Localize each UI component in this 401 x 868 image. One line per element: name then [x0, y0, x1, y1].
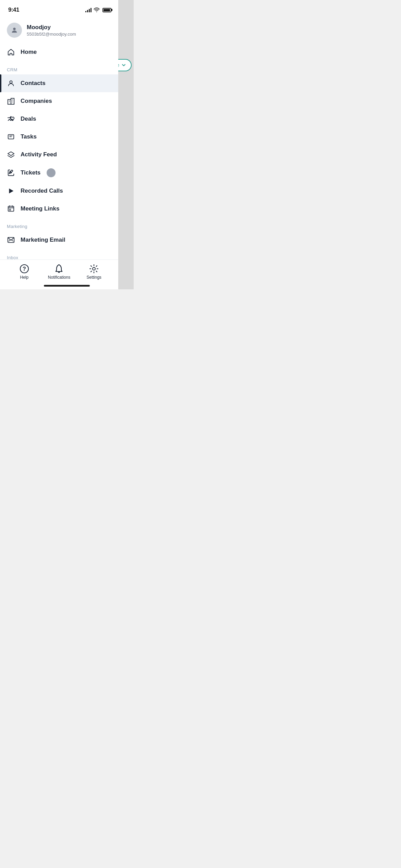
user-name: Moodjoy	[27, 24, 76, 31]
home-icon	[7, 48, 15, 56]
svg-point-1	[13, 28, 15, 30]
recorded-calls-icon	[7, 187, 15, 195]
sidebar-item-tasks[interactable]: Tasks	[0, 128, 118, 146]
svg-line-21	[9, 240, 10, 241]
sidebar: 9:41	[0, 0, 118, 289]
sidebar-item-contacts-label: Contacts	[21, 80, 46, 87]
marketing-section-header: Marketing	[0, 218, 118, 231]
user-icon	[11, 26, 18, 34]
sidebar-item-marketing-email[interactable]: Marketing Email	[0, 231, 118, 249]
battery-icon	[102, 8, 111, 12]
settings-tab-label: Settings	[86, 275, 101, 280]
svg-rect-19	[9, 209, 11, 210]
sidebar-item-contacts[interactable]: Contacts	[0, 74, 118, 92]
svg-rect-15	[8, 206, 14, 212]
svg-point-25	[93, 267, 95, 270]
notifications-tab[interactable]: Notifications	[47, 264, 71, 280]
deals-icon	[7, 115, 15, 123]
home-indicator	[44, 285, 90, 287]
notifications-icon	[54, 264, 64, 274]
user-info: Moodjoy 5503b5f2@moodjoy.com	[27, 24, 76, 37]
sidebar-item-companies[interactable]: Companies	[0, 92, 118, 110]
sidebar-item-tasks-label: Tasks	[21, 133, 37, 140]
notifications-tab-label: Notifications	[48, 275, 70, 280]
tasks-icon	[7, 133, 15, 141]
wifi-icon	[94, 8, 100, 12]
meeting-links-icon	[7, 205, 15, 213]
sidebar-item-home-label: Home	[21, 49, 37, 56]
svg-marker-14	[9, 189, 14, 194]
tickets-badge	[47, 168, 56, 177]
sidebar-item-recorded-calls-label: Recorded Calls	[21, 188, 63, 194]
activity-feed-icon	[7, 150, 15, 159]
contacts-icon	[7, 79, 15, 87]
sidebar-item-home[interactable]: Home	[0, 43, 118, 61]
tickets-icon	[7, 169, 15, 177]
help-tab-label: Help	[20, 275, 28, 280]
sidebar-item-deals-label: Deals	[21, 116, 36, 122]
help-icon: ?	[20, 264, 29, 274]
sidebar-item-tickets-label: Tickets	[21, 169, 40, 176]
sidebar-item-meeting-links[interactable]: Meeting Links	[0, 200, 118, 218]
signal-icon	[85, 8, 92, 12]
sidebar-item-recorded-calls[interactable]: Recorded Calls	[0, 182, 118, 200]
user-profile[interactable]: Moodjoy 5503b5f2@moodjoy.com	[0, 17, 118, 43]
svg-rect-4	[11, 98, 14, 104]
svg-point-0	[96, 11, 97, 12]
sidebar-item-tickets[interactable]: Tickets	[0, 164, 118, 182]
marketing-email-icon	[7, 236, 15, 244]
svg-line-22	[12, 240, 13, 241]
crm-section-header: CRM	[0, 61, 118, 74]
sidebar-item-marketing-email-label: Marketing Email	[21, 237, 65, 243]
status-bar: 9:41	[0, 0, 118, 17]
sidebar-item-activity-feed[interactable]: Activity Feed	[0, 146, 118, 164]
nav-scroll: Home CRM Contacts	[0, 43, 118, 289]
help-tab[interactable]: ? Help	[12, 264, 36, 280]
svg-text:?: ?	[23, 266, 26, 272]
avatar	[7, 23, 22, 38]
chevron-down-icon	[121, 63, 126, 68]
svg-point-2	[10, 81, 12, 83]
sidebar-item-activity-feed-label: Activity Feed	[21, 151, 57, 158]
sidebar-item-meeting-links-label: Meeting Links	[21, 205, 59, 212]
sidebar-item-deals[interactable]: Deals	[0, 110, 118, 128]
sidebar-item-companies-label: Companies	[21, 98, 52, 105]
status-time: 9:41	[8, 7, 19, 13]
settings-tab[interactable]: Settings	[82, 264, 106, 280]
companies-icon	[7, 97, 15, 105]
settings-icon	[89, 264, 99, 274]
user-email: 5503b5f2@moodjoy.com	[27, 32, 76, 37]
status-icons	[85, 8, 111, 12]
